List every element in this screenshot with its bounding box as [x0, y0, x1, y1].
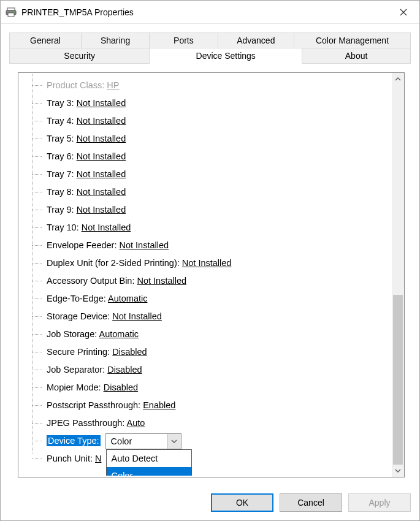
- setting-label: JPEG Passthrough:: [47, 418, 124, 428]
- setting-row[interactable]: Device Type: ColorAuto DetectColorMonoch…: [47, 432, 386, 450]
- setting-value[interactable]: Automatic: [108, 294, 147, 303]
- setting-row[interactable]: Tray 3: Not Installed: [47, 94, 386, 112]
- setting-label: Job Storage:: [47, 329, 97, 339]
- settings-tree: Product Class: HPTray 3: Not InstalledTr…: [18, 72, 405, 477]
- ok-button[interactable]: OK: [211, 493, 273, 512]
- setting-value[interactable]: Not Installed: [77, 187, 126, 197]
- setting-row[interactable]: Job Separator: Disabled: [47, 361, 386, 379]
- setting-value[interactable]: Not Installed: [137, 276, 186, 286]
- setting-label: Tray 6:: [47, 151, 74, 161]
- setting-label: Secure Printing:: [47, 347, 110, 357]
- close-icon: [400, 9, 407, 16]
- tab-content: Product Class: HPTray 3: Not InstalledTr…: [9, 64, 411, 486]
- setting-label: Accessory Output Bin:: [47, 276, 134, 286]
- setting-value[interactable]: Not Installed: [112, 311, 162, 321]
- tab-security[interactable]: Security: [9, 48, 150, 64]
- setting-row[interactable]: Accessory Output Bin: Not Installed: [47, 272, 386, 290]
- setting-value[interactable]: Disabled: [107, 365, 142, 375]
- setting-row[interactable]: Punch Unit: N: [47, 450, 386, 468]
- setting-value[interactable]: Not Installed: [77, 98, 126, 108]
- setting-row[interactable]: Tray 8: Not Installed: [47, 183, 386, 201]
- setting-row[interactable]: Mopier Mode: Disabled: [47, 379, 386, 397]
- setting-value[interactable]: Not Installed: [77, 169, 126, 179]
- setting-label: Edge-To-Edge:: [47, 294, 106, 303]
- setting-row[interactable]: Postscript Passthrough: Enabled: [47, 397, 386, 414]
- setting-label: Job Separator:: [47, 365, 105, 375]
- setting-row[interactable]: Tray 10: Not Installed: [47, 219, 386, 237]
- window-title: PRINTER_TMP5A Properties: [21, 7, 390, 17]
- setting-value[interactable]: Not Installed: [182, 258, 232, 268]
- combobox-option[interactable]: Color: [107, 467, 191, 476]
- setting-value[interactable]: Not Installed: [77, 134, 126, 143]
- setting-label: Tray 10:: [47, 222, 79, 232]
- svg-point-3: [14, 11, 15, 12]
- setting-label: Tray 4:: [47, 116, 74, 126]
- dialog-buttons: OK Cancel Apply: [1, 493, 419, 520]
- setting-row[interactable]: Duplex Unit (for 2-Sided Printing): Not …: [47, 254, 386, 272]
- setting-value[interactable]: Disabled: [104, 382, 138, 392]
- cancel-button[interactable]: Cancel: [280, 493, 342, 512]
- setting-label: Tray 7:: [47, 169, 74, 179]
- setting-row[interactable]: Edge-To-Edge: Automatic: [47, 290, 386, 308]
- tab-advanced[interactable]: Advanced: [218, 32, 294, 48]
- tab-sharing[interactable]: Sharing: [82, 32, 150, 48]
- setting-value[interactable]: Automatic: [99, 329, 138, 339]
- setting-value[interactable]: Not Installed: [82, 222, 131, 232]
- setting-value[interactable]: N: [95, 454, 101, 463]
- setting-row[interactable]: Storage Device: Not Installed: [47, 308, 386, 325]
- setting-row[interactable]: Tray 7: Not Installed: [47, 165, 386, 183]
- setting-value[interactable]: Not Installed: [120, 240, 169, 250]
- chevron-down-icon: [171, 439, 177, 443]
- svg-rect-2: [8, 13, 14, 17]
- setting-label: Storage Device:: [47, 311, 110, 321]
- setting-row[interactable]: Tray 6: Not Installed: [47, 148, 386, 165]
- setting-label: Postscript Passthrough:: [47, 400, 140, 410]
- setting-row[interactable]: Tray 9: Not Installed: [47, 201, 386, 219]
- properties-dialog: PRINTER_TMP5A Properties GeneralSharingP…: [0, 0, 420, 521]
- setting-value[interactable]: HP: [107, 80, 119, 90]
- setting-row[interactable]: JPEG Passthrough: Auto: [47, 414, 386, 432]
- setting-label: Tray 8:: [47, 187, 74, 197]
- setting-label: Tray 5:: [47, 134, 74, 143]
- tab-ports[interactable]: Ports: [150, 32, 218, 48]
- combobox-option[interactable]: Auto Detect: [107, 450, 191, 467]
- setting-row[interactable]: Secure Printing: Disabled: [47, 343, 386, 361]
- scroll-thumb[interactable]: [393, 295, 403, 465]
- scroll-up-button[interactable]: [392, 73, 404, 85]
- setting-row[interactable]: Envelope Feeder: Not Installed: [47, 237, 386, 254]
- vertical-scrollbar[interactable]: [392, 73, 404, 477]
- combobox-button[interactable]: [167, 434, 181, 449]
- setting-row[interactable]: Tray 4: Not Installed: [47, 112, 386, 130]
- combobox-value: Color: [106, 434, 167, 449]
- tab-about[interactable]: About: [302, 48, 411, 64]
- setting-value[interactable]: Not Installed: [77, 205, 126, 215]
- tab-color-management[interactable]: Color Management: [294, 32, 411, 48]
- titlebar: PRINTER_TMP5A Properties: [1, 1, 419, 24]
- tab-general[interactable]: General: [9, 32, 82, 48]
- svg-rect-0: [7, 8, 15, 10]
- setting-value[interactable]: Disabled: [112, 347, 147, 357]
- setting-row[interactable]: Job Storage: Automatic: [47, 325, 386, 343]
- setting-label: Tray 3:: [47, 98, 74, 108]
- setting-label: Mopier Mode:: [47, 382, 101, 392]
- setting-value[interactable]: Not Installed: [77, 116, 126, 126]
- tab-device-settings[interactable]: Device Settings: [150, 48, 302, 64]
- setting-value[interactable]: Auto: [127, 418, 145, 428]
- setting-row[interactable]: Product Class: HP: [47, 77, 386, 94]
- apply-button[interactable]: Apply: [348, 493, 411, 512]
- close-button[interactable]: [390, 3, 417, 21]
- setting-label: Product Class:: [47, 80, 104, 90]
- combobox-dropdown: Auto DetectColorMonochrome: [106, 449, 192, 476]
- device-type-combobox[interactable]: ColorAuto DetectColorMonochrome: [105, 433, 181, 449]
- setting-value[interactable]: Enabled: [143, 400, 175, 410]
- chevron-up-icon: [395, 77, 401, 81]
- chevron-down-icon: [395, 469, 401, 473]
- setting-label: Punch Unit:: [47, 454, 93, 463]
- setting-value[interactable]: Not Installed: [77, 151, 126, 161]
- scroll-down-button[interactable]: [392, 465, 404, 477]
- setting-label: Duplex Unit (for 2-Sided Printing):: [47, 258, 180, 268]
- setting-label: Tray 9:: [47, 205, 74, 215]
- setting-row[interactable]: Tray 5: Not Installed: [47, 130, 386, 148]
- setting-label: Envelope Feeder:: [47, 240, 116, 250]
- printer-icon: [6, 7, 17, 18]
